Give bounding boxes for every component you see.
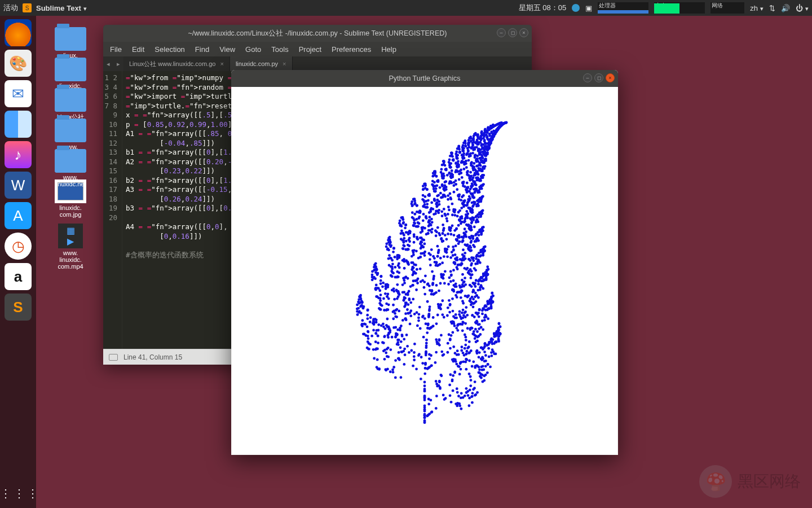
desktop-icon-label: linuxidc. com.jpg	[45, 204, 96, 218]
desktop-icons: linux. linuxidc. comlinuxidc. comLinux公社…	[45, 27, 96, 270]
minimize-button[interactable]: –	[583, 73, 592, 82]
network-icon[interactable]: ⇅	[769, 4, 775, 12]
dock-ubuntu[interactable]: ◷	[5, 233, 32, 260]
desktop-icon[interactable]: www. linuxidc.net	[55, 149, 86, 173]
network-monitor[interactable]: 网络	[710, 2, 744, 14]
turtle-title: Python Turtle Graphics	[389, 75, 460, 82]
close-icon[interactable]: ×	[220, 60, 223, 67]
weather-icon[interactable]	[572, 4, 580, 12]
menu-preferences[interactable]: Preferences	[332, 45, 371, 54]
tab-nav-forward[interactable]: ▸	[113, 56, 123, 71]
cursor-position: Line 41, Column 15	[123, 353, 182, 361]
dock-finder[interactable]	[5, 111, 32, 138]
dock-firefox[interactable]	[5, 19, 32, 46]
minimize-button[interactable]: –	[497, 28, 506, 37]
menu-file[interactable]: File	[110, 45, 122, 54]
show-applications-button[interactable]: ⋮⋮⋮	[0, 487, 36, 500]
desktop-icon-label: www. linuxidc.net	[55, 174, 86, 187]
file-tab-label: Linux公社 www.linuxidc.com.go	[129, 60, 215, 68]
dock-amazon[interactable]: a	[5, 263, 32, 290]
menu-selection[interactable]: Selection	[155, 45, 184, 54]
dock-mail[interactable]: ✉	[5, 80, 32, 107]
close-icon[interactable]: ×	[283, 60, 286, 67]
close-button[interactable]: ×	[606, 73, 615, 82]
desktop-icon[interactable]: linux. linuxidc. com	[55, 27, 86, 51]
volume-icon[interactable]: 🔊	[781, 4, 790, 12]
turtle-canvas-wrap	[232, 87, 617, 454]
dock-word[interactable]: W	[5, 172, 32, 199]
menu-find[interactable]: Find	[195, 45, 209, 54]
sublime-title: ~/www.linuxidc.com/Linux公社 -/linuxidc.co…	[188, 29, 447, 38]
app-menu[interactable]: Sublime Text	[36, 4, 87, 12]
line-gutter: 1 2 3 4 5 6 7 8 9 10 11 12 13 14 15 16 1…	[103, 71, 122, 349]
watermark-icon: 🍄	[699, 465, 732, 498]
cpu-monitor[interactable]: 处理器	[598, 2, 648, 14]
desktop-icon-label: www. linuxidc. com.mp4	[45, 249, 96, 270]
top-panel: 活动 S Sublime Text 星期五 08：05 ▣ 处理器 内存 网络 …	[0, 0, 812, 16]
menu-view[interactable]: View	[219, 45, 235, 54]
turtle-canvas	[232, 87, 617, 454]
sublime-icon: S	[23, 3, 32, 12]
app-menu-label: Sublime Text	[36, 4, 81, 12]
close-button[interactable]: ×	[519, 28, 528, 37]
dock: 🎨 ✉ ♪ W A ◷ a S ⋮⋮⋮	[0, 16, 36, 508]
tab-nav-back[interactable]: ◂	[103, 56, 113, 71]
file-tab[interactable]: linuxidc.com.py×	[230, 56, 293, 71]
desktop-icon[interactable]: Linux公社	[55, 88, 86, 112]
panel-icon[interactable]	[109, 354, 118, 361]
memory-monitor[interactable]: 内存	[654, 2, 705, 14]
watermark: 🍄 黑区网络	[699, 465, 801, 498]
power-menu[interactable]: ⏻	[796, 4, 809, 12]
desktop-icon[interactable]: linuxidc. com	[55, 58, 86, 81]
menu-project[interactable]: Project	[299, 45, 321, 54]
turtle-titlebar[interactable]: Python Turtle Graphics – ◻ ×	[231, 70, 618, 87]
clock[interactable]: 星期五 08：05	[519, 3, 567, 13]
sublime-tabbar: ◂ ▸ Linux公社 www.linuxidc.com.go×linuxidc…	[103, 56, 532, 71]
desktop-icon[interactable]: ▦▶www. linuxidc. com.mp4	[45, 224, 96, 270]
sublime-menubar: FileEditSelectionFindViewGotoToolsProjec…	[103, 42, 532, 56]
watermark-text: 黑区网络	[738, 471, 801, 492]
display-icon[interactable]: ▣	[585, 4, 592, 12]
menu-goto[interactable]: Goto	[245, 45, 261, 54]
activities-button[interactable]: 活动	[3, 3, 18, 13]
desktop-icon[interactable]: www. linuxidc. com	[55, 119, 86, 142]
maximize-button[interactable]: ◻	[594, 73, 603, 82]
file-tab[interactable]: Linux公社 www.linuxidc.com.go×	[123, 56, 230, 71]
dock-music[interactable]: ♪	[5, 141, 32, 168]
input-method[interactable]: zh	[750, 4, 764, 12]
menu-edit[interactable]: Edit	[132, 45, 144, 54]
file-tab-label: linuxidc.com.py	[236, 60, 278, 67]
dock-gimp[interactable]: 🎨	[5, 50, 32, 77]
dock-appstore[interactable]: A	[5, 202, 32, 229]
dock-sublime[interactable]: S	[5, 294, 32, 321]
turtle-window: Python Turtle Graphics – ◻ ×	[231, 70, 618, 455]
cpu-label: 处理器	[599, 2, 616, 10]
network-label: 网络	[712, 2, 723, 10]
sublime-titlebar[interactable]: ~/www.linuxidc.com/Linux公社 -/linuxidc.co…	[103, 25, 532, 42]
menu-help[interactable]: Help	[381, 45, 396, 54]
menu-tools[interactable]: Tools	[271, 45, 288, 54]
maximize-button[interactable]: ◻	[508, 28, 517, 37]
